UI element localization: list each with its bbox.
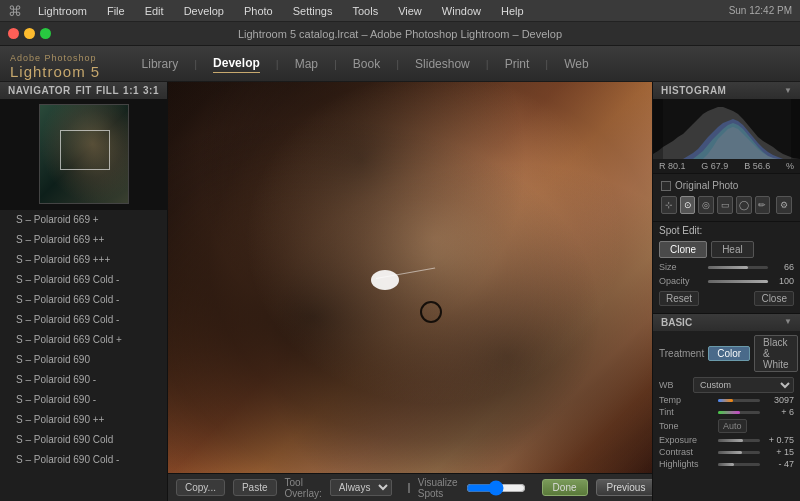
navigator-header[interactable]: Navigator FIT FILL 1:1 3:1 <box>0 82 167 99</box>
spot-indicator <box>371 270 399 290</box>
graduated-filter-tool[interactable]: ▭ <box>717 196 733 214</box>
red-eye-tool[interactable]: ◎ <box>698 196 714 214</box>
nav-fill[interactable]: FILL <box>96 85 119 96</box>
list-item[interactable]: S – Polaroid 669 + <box>0 210 167 230</box>
menu-develop[interactable]: Develop <box>180 3 228 19</box>
spot-reset-button[interactable]: Reset <box>659 291 699 306</box>
menu-help[interactable]: Help <box>497 3 528 19</box>
bw-button[interactable]: Black & White <box>754 335 798 372</box>
maximize-button[interactable] <box>40 28 51 39</box>
original-photo-checkbox[interactable] <box>661 181 671 191</box>
overlay-select[interactable]: Always <box>330 479 392 496</box>
heal-button[interactable]: Heal <box>711 241 754 258</box>
radial-filter-tool[interactable]: ◯ <box>736 196 752 214</box>
done-button[interactable]: Done <box>542 479 588 496</box>
list-item[interactable]: S – Polaroid 690 - <box>0 390 167 410</box>
paste-button[interactable]: Paste <box>233 479 277 496</box>
tint-value: + 6 <box>764 407 794 417</box>
opacity-slider-fill <box>708 280 768 283</box>
navigator-crop-rect <box>60 130 110 170</box>
list-item[interactable]: S – Polaroid 690 - <box>0 370 167 390</box>
list-item[interactable]: S – Polaroid 669 Cold - <box>0 290 167 310</box>
previous-button[interactable]: Previous <box>596 479 653 496</box>
highlights-slider[interactable] <box>718 463 760 466</box>
tone-auto-button[interactable]: Auto <box>718 419 747 433</box>
menu-photo[interactable]: Photo <box>240 3 277 19</box>
histogram-header[interactable]: Histogram ▼ <box>653 82 800 99</box>
tab-web[interactable]: Web <box>564 55 588 73</box>
spot-type-buttons: Clone Heal <box>653 239 800 260</box>
spot-close-button[interactable]: Close <box>754 291 794 306</box>
navigator-title: Navigator <box>8 85 71 96</box>
list-item[interactable]: S – Polaroid 669 Cold + <box>0 330 167 350</box>
wb-select[interactable]: Custom <box>693 377 794 393</box>
center-panel: Copy... Paste Tool Overlay: Always Visua… <box>168 82 652 501</box>
contrast-value: + 15 <box>764 447 794 457</box>
adjustment-brush-tool[interactable]: ✏ <box>755 196 771 214</box>
temp-slider[interactable] <box>718 399 760 402</box>
wb-label: WB <box>659 380 689 390</box>
navigator-thumbnail <box>39 104 129 204</box>
apple-icon[interactable]: ⌘ <box>8 3 22 19</box>
spot-edit-label: Spot Edit: <box>659 225 702 236</box>
clone-button[interactable]: Clone <box>659 241 707 258</box>
tab-map[interactable]: Map <box>295 55 318 73</box>
nav-controls: FIT FILL 1:1 3:1 <box>75 85 159 96</box>
close-button[interactable] <box>8 28 19 39</box>
menu-settings[interactable]: Settings <box>289 3 337 19</box>
window-controls[interactable] <box>8 28 51 39</box>
nav-fit[interactable]: FIT <box>75 85 92 96</box>
tab-print[interactable]: Print <box>505 55 530 73</box>
main-photo <box>168 82 652 473</box>
image-area <box>168 82 652 473</box>
list-item[interactable]: S – Polaroid 669 Cold - <box>0 310 167 330</box>
svg-rect-5 <box>791 99 800 159</box>
size-slider-row: Size 66 <box>653 260 800 274</box>
opacity-slider[interactable] <box>708 280 768 283</box>
list-item[interactable]: S – Polaroid 690 ++ <box>0 410 167 430</box>
tab-book[interactable]: Book <box>353 55 380 73</box>
right-panel: Histogram ▼ <box>652 82 800 501</box>
menu-window[interactable]: Window <box>438 3 485 19</box>
menu-edit[interactable]: Edit <box>141 3 168 19</box>
basic-header[interactable]: Basic ▼ <box>653 314 800 331</box>
basic-toggle-icon: ▼ <box>784 317 792 328</box>
tab-library[interactable]: Library <box>142 55 179 73</box>
opacity-slider-row: Opacity 100 <box>653 274 800 288</box>
exposure-label: Exposure <box>659 435 714 445</box>
visualize-slider[interactable] <box>466 480 526 496</box>
list-item[interactable]: S – Polaroid 669 Cold - <box>0 270 167 290</box>
tint-slider[interactable] <box>718 411 760 414</box>
tab-develop[interactable]: Develop <box>213 54 260 73</box>
size-value: 66 <box>772 262 794 272</box>
list-item[interactable]: S – Polaroid 690 Cold <box>0 430 167 450</box>
exposure-value: + 0.75 <box>764 435 794 445</box>
nav-3-1[interactable]: 3:1 <box>143 85 159 96</box>
histogram-section: Histogram ▼ <box>653 82 800 174</box>
list-item[interactable]: S – Polaroid 669 ++ <box>0 230 167 250</box>
crop-tool[interactable]: ⊹ <box>661 196 677 214</box>
settings-tool[interactable]: ⚙ <box>776 196 792 214</box>
minimize-button[interactable] <box>24 28 35 39</box>
system-menubar: ⌘ Lightroom File Edit Develop Photo Sett… <box>0 0 800 22</box>
list-item[interactable]: S – Polaroid 690 Cold - <box>0 450 167 470</box>
spot-removal-tool[interactable]: ⊙ <box>680 196 696 214</box>
list-item[interactable]: S – Polaroid 690 <box>0 350 167 370</box>
app-header: Adobe Photoshop Lightroom 5 Library | De… <box>0 46 800 82</box>
copy-button[interactable]: Copy... <box>176 479 225 496</box>
highlights-row: Highlights - 47 <box>653 458 800 470</box>
list-item[interactable]: S – Polaroid 669 +++ <box>0 250 167 270</box>
menu-lightroom[interactable]: Lightroom <box>34 3 91 19</box>
contrast-slider[interactable] <box>718 451 760 454</box>
size-slider[interactable] <box>708 266 768 269</box>
menu-view[interactable]: View <box>394 3 426 19</box>
nav-1-1[interactable]: 1:1 <box>123 85 139 96</box>
exposure-slider[interactable] <box>718 439 760 442</box>
opacity-value: 100 <box>772 276 794 286</box>
tab-slideshow[interactable]: Slideshow <box>415 55 470 73</box>
visualize-spots-checkbox[interactable] <box>408 483 410 493</box>
highlights-label: Highlights <box>659 459 714 469</box>
color-button[interactable]: Color <box>708 346 750 361</box>
menu-file[interactable]: File <box>103 3 129 19</box>
menu-tools[interactable]: Tools <box>348 3 382 19</box>
